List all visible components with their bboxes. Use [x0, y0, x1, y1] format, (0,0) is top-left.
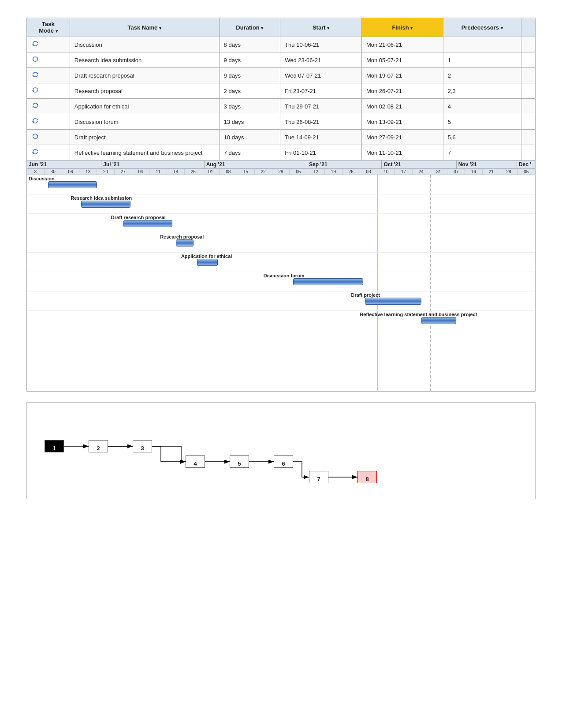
gantt-day-label: 31 — [430, 169, 448, 175]
gantt-bar-row: Research proposal — [27, 233, 535, 253]
task-predecessors-cell: 7 — [443, 145, 521, 161]
gantt-month-label: Sep '21 — [307, 161, 382, 168]
gantt-day-label: 13 — [79, 169, 97, 175]
gantt-day-label: 25 — [185, 169, 202, 175]
task-name-cell: Draft project — [70, 130, 219, 145]
task-mode-cell — [27, 99, 70, 114]
task-duration-cell: 10 days — [219, 130, 280, 145]
task-mode-icon — [31, 40, 39, 49]
network-node: 3 — [133, 440, 152, 452]
task-duration-cell: 7 days — [219, 145, 280, 161]
task-mode-cell — [27, 83, 70, 99]
gantt-day-label: 06 — [62, 169, 80, 175]
table-row: Research idea submission9 daysWed 23-06-… — [27, 52, 536, 68]
gantt-bar-label: Application for ethical — [181, 254, 232, 259]
task-finish-cell: Mon 27-09-21 — [361, 130, 443, 145]
task-finish-cell: Mon 11-10-21 — [361, 145, 443, 161]
gantt-day-label: 26 — [342, 169, 360, 175]
task-start-cell: Wed 07-07-21 — [280, 68, 362, 83]
table-row: Draft research proposal9 daysWed 07-07-2… — [27, 68, 536, 83]
task-finish-cell: Mon 02-08-21 — [361, 99, 443, 114]
gantt-bar — [421, 317, 457, 324]
col-header-duration[interactable]: Duration ▾ — [219, 18, 280, 37]
task-mode-icon — [31, 132, 39, 142]
task-extra-cell — [521, 114, 535, 130]
task-predecessors-cell — [443, 37, 521, 52]
col-header-name[interactable]: Task Name ▾ — [70, 18, 219, 37]
gantt-bar-label: Draft project — [351, 292, 380, 298]
task-mode-cell — [27, 145, 70, 161]
gantt-bar-row: Discussion — [27, 175, 535, 194]
task-mode-icon — [31, 117, 39, 127]
task-start-cell: Thu 26-08-21 — [280, 114, 362, 130]
task-extra-cell — [521, 83, 535, 99]
gantt-day-label: 08 — [220, 169, 237, 175]
task-name-cell: Draft research proposal — [70, 68, 219, 83]
gantt-day-label: 11 — [149, 169, 167, 175]
task-predecessors-cell: 2 — [443, 68, 521, 83]
gantt-day-label: 30 — [45, 169, 62, 175]
gantt-bar — [48, 181, 97, 188]
task-extra-cell — [521, 145, 535, 161]
task-mode-icon — [31, 55, 39, 65]
gantt-day-label: 22 — [255, 169, 272, 175]
network-node: 2 — [89, 440, 108, 452]
table-row: Discussion8 daysThu 10-06-21Mon 21-06-21 — [27, 37, 536, 52]
gantt-bar-row: Draft research proposal — [27, 214, 535, 233]
task-name-cell: Application for ethical — [70, 99, 219, 114]
gantt-day-label: 05 — [517, 169, 535, 175]
col-header-predecessors[interactable]: Predecessors ▾ — [443, 18, 521, 37]
task-duration-cell: 8 days — [219, 37, 280, 52]
gantt-bar — [123, 220, 172, 227]
task-extra-cell — [521, 68, 535, 83]
table-row: Discussion forum13 daysThu 26-08-21Mon 1… — [27, 114, 536, 130]
gantt-day-label: 15 — [237, 169, 255, 175]
gantt-month-label: Jun '21 — [27, 161, 101, 168]
gantt-month-label: Nov '21 — [457, 161, 517, 168]
gantt-month-label: Oct '21 — [382, 161, 456, 168]
network-node: 4 — [186, 455, 205, 468]
task-extra-cell — [521, 99, 535, 114]
table-row: Research proposal2 daysFri 23-07-21Mon 2… — [27, 83, 536, 99]
task-start-cell: Tue 14-09-21 — [280, 130, 362, 145]
gantt-day-label: 27 — [115, 169, 132, 175]
task-mode-cell — [27, 68, 70, 83]
task-duration-cell: 9 days — [219, 52, 280, 68]
gantt-day-label: 3 — [27, 169, 45, 175]
gantt-bar-label: Discussion forum — [264, 273, 305, 278]
task-duration-cell: 9 days — [219, 68, 280, 83]
gantt-chart: Jun '21Jul '21Aug '21Sep '21Oct '21Nov '… — [26, 161, 536, 392]
gantt-day-label: 10 — [377, 169, 395, 175]
gantt-bar-label: Research proposal — [160, 234, 204, 239]
task-predecessors-cell: 4 — [443, 99, 521, 114]
task-mode-icon — [31, 101, 39, 111]
col-header-mode[interactable]: TaskMode ▾ — [27, 18, 70, 37]
task-finish-cell: Mon 21-06-21 — [361, 37, 443, 52]
table-row: Application for ethical3 daysThu 29-07-2… — [27, 99, 536, 114]
network-diagram: 12345678 — [26, 402, 536, 499]
task-name-cell: Discussion forum — [70, 114, 219, 130]
gantt-bar-row: Discussion forum — [27, 272, 535, 291]
task-finish-cell: Mon 13-09-21 — [361, 114, 443, 130]
task-name-cell: Reflective learning statement and busine… — [70, 145, 219, 161]
col-header-finish[interactable]: Finish ▾ — [361, 18, 443, 37]
gantt-bar-row: Research idea submission — [27, 194, 535, 214]
gantt-day-label: 04 — [132, 169, 150, 175]
gantt-bar — [197, 259, 218, 266]
gantt-bar-row: Draft project — [27, 291, 535, 311]
table-row: Reflective learning statement and busine… — [27, 145, 536, 161]
task-name-cell: Discussion — [70, 37, 219, 52]
gantt-day-label: 29 — [272, 169, 290, 175]
task-predecessors-cell: 2,3 — [443, 83, 521, 99]
task-mode-cell — [27, 130, 70, 145]
gantt-day-label: 14 — [465, 169, 483, 175]
gantt-day-label: 12 — [307, 169, 325, 175]
gantt-day-label: 07 — [447, 169, 465, 175]
gantt-day-label: 17 — [395, 169, 413, 175]
col-header-start[interactable]: Start ▾ — [280, 18, 362, 37]
network-node: 7 — [309, 471, 328, 483]
gantt-month-label: Aug '21 — [205, 161, 307, 168]
network-node: 8 — [357, 471, 377, 483]
task-duration-cell: 2 days — [219, 83, 280, 99]
task-duration-cell: 13 days — [219, 114, 280, 130]
